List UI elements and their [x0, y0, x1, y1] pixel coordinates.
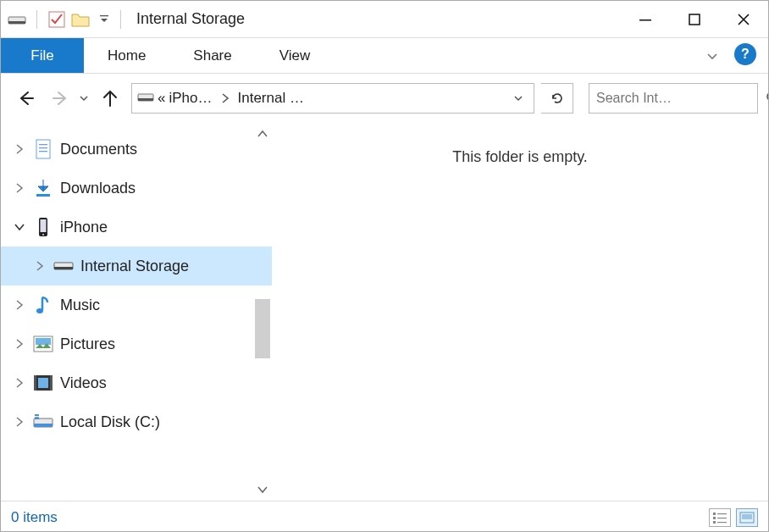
tab-share[interactable]: Share — [169, 38, 255, 73]
item-count: 0 items — [11, 509, 58, 526]
svg-rect-15 — [41, 219, 47, 232]
details-view-button[interactable] — [709, 508, 731, 527]
tree-item-music[interactable]: Music — [1, 285, 272, 324]
window-title: Internal Storage — [136, 10, 245, 28]
videos-icon — [33, 373, 53, 393]
svg-rect-21 — [36, 338, 51, 345]
svg-point-16 — [42, 234, 44, 236]
tree-item-iphone[interactable]: iPhone — [1, 208, 272, 247]
forward-button[interactable] — [47, 84, 75, 113]
scroll-down-icon[interactable] — [257, 485, 268, 494]
chevron-right-icon[interactable] — [11, 378, 28, 388]
svg-rect-27 — [34, 424, 53, 427]
search-box[interactable] — [589, 83, 758, 114]
svg-rect-3 — [100, 15, 108, 16]
tree-item-videos[interactable]: Videos — [1, 363, 272, 402]
phone-icon — [33, 217, 53, 237]
tree-item-local-disk[interactable]: Local Disk (C:) — [1, 402, 272, 441]
navpane-scrollbar[interactable] — [253, 130, 272, 494]
breadcrumb-root-symbol[interactable]: « — [158, 90, 165, 107]
tree-item-label: iPhone — [60, 219, 108, 236]
window-controls — [621, 1, 768, 38]
breadcrumb-segment[interactable]: Internal … — [238, 90, 304, 107]
music-icon — [33, 295, 53, 315]
tree-item-label: Internal Storage — [80, 258, 189, 275]
chevron-down-icon[interactable] — [11, 223, 28, 231]
svg-rect-35 — [717, 522, 727, 523]
tree-item-label: Local Disk (C:) — [60, 413, 160, 431]
tree-item-pictures[interactable]: Pictures — [1, 324, 272, 363]
svg-rect-10 — [39, 144, 47, 145]
search-icon[interactable] — [766, 91, 769, 106]
status-bar: 0 items — [1, 501, 768, 532]
thumbnails-view-button[interactable] — [736, 508, 758, 527]
pictures-icon — [33, 334, 53, 354]
chevron-right-icon[interactable] — [11, 300, 28, 310]
maximize-button[interactable] — [670, 1, 719, 38]
chevron-right-icon[interactable] — [11, 339, 28, 349]
address-history-dropdown[interactable] — [513, 93, 528, 103]
qat-dropdown-icon[interactable] — [98, 14, 110, 25]
svg-rect-32 — [713, 517, 716, 519]
empty-folder-message: This folder is empty. — [452, 148, 588, 166]
ribbon-tabstrip: File Home Share View ? — [1, 38, 768, 74]
separator — [120, 10, 121, 29]
file-tab[interactable]: File — [1, 38, 84, 73]
minimize-button[interactable] — [621, 1, 670, 38]
download-icon — [33, 178, 53, 198]
chevron-right-icon[interactable] — [11, 183, 28, 193]
svg-rect-5 — [689, 14, 700, 25]
tree-item-label: Documents — [60, 141, 137, 158]
refresh-button[interactable] — [541, 83, 573, 114]
svg-rect-29 — [35, 416, 39, 417]
folder-icon — [71, 10, 90, 29]
up-button[interactable] — [96, 84, 124, 113]
svg-rect-7 — [138, 98, 153, 101]
close-button[interactable] — [719, 1, 768, 38]
scroll-up-icon[interactable] — [257, 130, 268, 138]
chevron-right-icon[interactable] — [11, 417, 28, 427]
document-icon — [33, 139, 53, 159]
address-bar[interactable]: « iPho… Internal … — [131, 83, 534, 114]
svg-rect-33 — [717, 518, 727, 518]
svg-rect-30 — [713, 513, 716, 515]
chevron-right-icon[interactable] — [216, 92, 235, 104]
svg-rect-9 — [36, 140, 50, 158]
svg-rect-23 — [34, 375, 36, 391]
tree-item-documents[interactable]: Documents — [1, 130, 272, 169]
tab-view[interactable]: View — [256, 38, 335, 73]
help-button[interactable]: ? — [734, 43, 756, 65]
local-disk-icon — [33, 412, 53, 432]
tree-item-label: Downloads — [60, 180, 136, 197]
navigation-row: « iPho… Internal … — [1, 74, 768, 123]
tree-item-internal-storage[interactable]: Internal Storage — [1, 247, 272, 285]
recent-locations-dropdown[interactable] — [79, 93, 89, 103]
svg-rect-11 — [39, 147, 47, 148]
svg-rect-1 — [8, 21, 25, 24]
scroll-thumb[interactable] — [255, 299, 270, 358]
svg-rect-31 — [717, 513, 727, 514]
breadcrumb-segment[interactable]: iPho… — [169, 90, 212, 107]
back-button[interactable] — [11, 84, 40, 113]
chevron-right-icon[interactable] — [31, 261, 48, 271]
ribbon-expand-icon[interactable] — [705, 38, 719, 74]
search-input[interactable] — [596, 91, 766, 106]
quick-access-toolbar — [8, 10, 126, 29]
properties-check-icon[interactable] — [47, 10, 66, 29]
tree-item-label: Music — [60, 296, 100, 314]
tab-home[interactable]: Home — [84, 38, 169, 73]
svg-point-19 — [36, 308, 43, 313]
chevron-right-icon[interactable] — [11, 144, 28, 154]
separator — [36, 10, 37, 29]
svg-rect-12 — [39, 151, 47, 152]
svg-rect-13 — [36, 194, 50, 197]
svg-rect-37 — [742, 514, 752, 519]
svg-rect-24 — [50, 375, 53, 391]
navigation-pane: Documents Downloads iPhone Internal Stor… — [1, 123, 272, 501]
tree-item-downloads[interactable]: Downloads — [1, 169, 272, 208]
svg-rect-34 — [713, 521, 716, 524]
drive-icon — [8, 10, 26, 29]
tree-item-label: Pictures — [60, 335, 115, 353]
tree-item-label: Videos — [60, 374, 107, 392]
svg-rect-18 — [54, 267, 73, 269]
